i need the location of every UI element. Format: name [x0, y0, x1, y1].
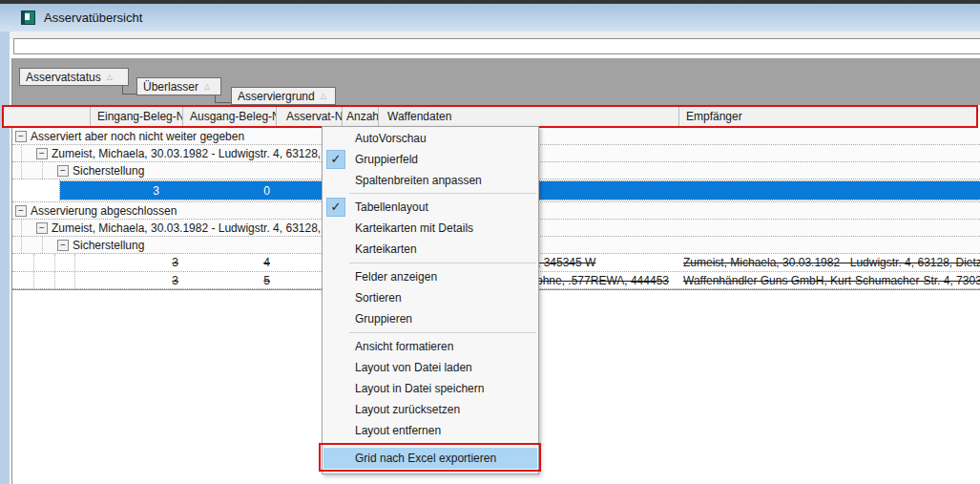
title-bar: Asservatübersicht [0, 4, 980, 32]
indent-guide [21, 237, 23, 253]
menu-item-layout-in-datei-speichern[interactable]: Layout in Datei speichern [323, 378, 537, 399]
collapse-button[interactable]: − [15, 131, 27, 142]
menu-item-karteikarten[interactable]: Karteikarten [323, 239, 537, 260]
cell-waffendaten: ohne, .577REWA, 444453 [536, 272, 689, 289]
window-title: Asservatübersicht [44, 11, 142, 25]
menu-separator [349, 444, 536, 445]
window-left-border [0, 32, 10, 484]
notebook-window-icon [21, 11, 35, 25]
indent-guide [74, 272, 76, 288]
cell-eingang-beleg-nr: 3 [91, 254, 178, 271]
group-field-ueberlasser[interactable]: Überlasser △ [136, 77, 221, 95]
cell-empfaenger: Waffenhändler Guns GmbH, Kurt-Schumacher… [683, 272, 980, 289]
group-field-label: Asserviergrund [238, 90, 315, 103]
group-connector-line [215, 95, 232, 103]
collapse-button[interactable]: − [36, 222, 48, 234]
check-icon: ✓ [326, 198, 345, 217]
indent-guide [33, 272, 35, 288]
menu-separator [349, 332, 536, 333]
sort-ascending-icon: △ [204, 82, 210, 91]
sort-ascending-icon: △ [107, 73, 113, 81]
group-field-asservatstatus[interactable]: Asservatstatus △ [19, 68, 129, 86]
column-header-anzahl[interactable]: Anzahl [343, 107, 379, 126]
indent-guide [54, 254, 56, 271]
menu-item-layout-entfernen[interactable]: Layout entfernen [323, 420, 537, 441]
sort-ascending-icon: △ [321, 92, 326, 100]
collapse-button[interactable]: − [57, 165, 69, 177]
menu-item-layout-zuruecksetzen[interactable]: Layout zurücksetzen [323, 399, 537, 420]
menu-item-tabellenlayout[interactable]: ✓ Tabellenlayout [323, 197, 537, 218]
collapse-button[interactable]: − [15, 205, 27, 217]
collapse-button[interactable]: − [57, 240, 69, 251]
column-header-empfaenger[interactable]: Empfänger [679, 107, 978, 126]
menu-separator [349, 263, 536, 263]
check-icon: ✓ [326, 150, 345, 169]
cell-ausgang-beleg-nr: 0 [183, 182, 270, 200]
group-row-label: Asserviert aber noch nicht weiter gegebe… [31, 128, 244, 145]
indent-guide [42, 162, 44, 179]
column-header-row: Eingang-Beleg-Nr Ausgang-Beleg-Nr Asserv… [4, 107, 978, 126]
menu-item-felder-anzeigen[interactable]: Felder anzeigen [323, 266, 537, 287]
column-header-indicator[interactable] [13, 107, 91, 126]
indent-guide [42, 237, 44, 253]
cell-ausgang-beleg-nr: 4 [183, 254, 270, 271]
group-row-label: Asservierung abgeschlossen [31, 202, 177, 220]
grid-context-menu: AutoVorschau ✓ Gruppierfeld Spaltenbreit… [322, 126, 539, 474]
menu-item-grid-nach-excel-exportieren[interactable]: Grid nach Excel exportieren [323, 448, 537, 469]
cell-ausgang-beleg-nr: 5 [183, 272, 270, 289]
menu-item-label: Tabellenlayout [355, 200, 428, 214]
indent-guide [74, 254, 76, 271]
asservat-overview-window: Asservatübersicht Asservatstatus △ Überl… [0, 0, 980, 484]
collapse-button[interactable]: − [36, 148, 48, 159]
menu-item-karteikarten-mit-details[interactable]: Karteikarten mit Details [323, 218, 537, 239]
cell-eingang-beleg-nr: 3 [91, 272, 178, 289]
column-header-waffendaten[interactable]: Waffendaten [379, 107, 679, 126]
menu-item-spaltenbreiten-anpassen[interactable]: Spaltenbreiten anpassen [323, 170, 537, 191]
group-by-panel[interactable]: Asservatstatus △ Überlasser △ Asservierg… [12, 58, 980, 105]
menu-item-gruppierfeld[interactable]: ✓ Gruppierfeld [323, 149, 537, 170]
column-header-eingang-beleg-nr[interactable]: Eingang-Beleg-Nr [91, 107, 183, 126]
menu-item-autovorschau[interactable]: AutoVorschau [323, 128, 537, 149]
group-row-label: Sicherstellung [73, 237, 144, 254]
indent-guide [54, 272, 56, 288]
cell-waffendaten: , 345345 W [537, 254, 680, 271]
group-field-label: Überlasser [143, 80, 198, 94]
menu-item-ansicht-formatieren[interactable]: Ansicht formatieren [323, 336, 537, 357]
indent-guide [33, 254, 35, 271]
menu-item-gruppieren[interactable]: Gruppieren [323, 308, 537, 329]
menu-separator [349, 193, 536, 194]
group-row-label: Zumeist, Michaela, 30.03.1982 - Ludwigst… [52, 220, 357, 237]
header-filler [4, 107, 13, 126]
group-row-label: Zumeist, Michaela, 30.03.1982 - Ludwigst… [52, 145, 357, 162]
cell-empfaenger: Zumeist, Michaela, 30.03.1982 - Ludwigst… [683, 254, 980, 271]
indent-guide [21, 162, 23, 179]
group-field-asserviergrund[interactable]: Asserviergrund △ [231, 87, 336, 105]
group-connector-line [122, 86, 137, 95]
column-header-asservat-nr[interactable]: Asservat-Nr [277, 107, 343, 126]
menu-item-sortieren[interactable]: Sortieren [323, 287, 537, 308]
menu-item-layout-von-datei-laden[interactable]: Layout von Datei laden [323, 357, 537, 378]
group-row-label: Sicherstellung [73, 162, 144, 179]
group-field-label: Asservatstatus [26, 71, 101, 84]
search-input[interactable] [13, 38, 980, 54]
cell-eingang-beleg-nr: 3 [91, 182, 159, 200]
menu-item-label: Gruppierfeld [355, 153, 418, 166]
indent-guide [21, 220, 23, 236]
column-header-ausgang-beleg-nr[interactable]: Ausgang-Beleg-Nr [183, 107, 277, 126]
indent-guide [21, 145, 23, 161]
